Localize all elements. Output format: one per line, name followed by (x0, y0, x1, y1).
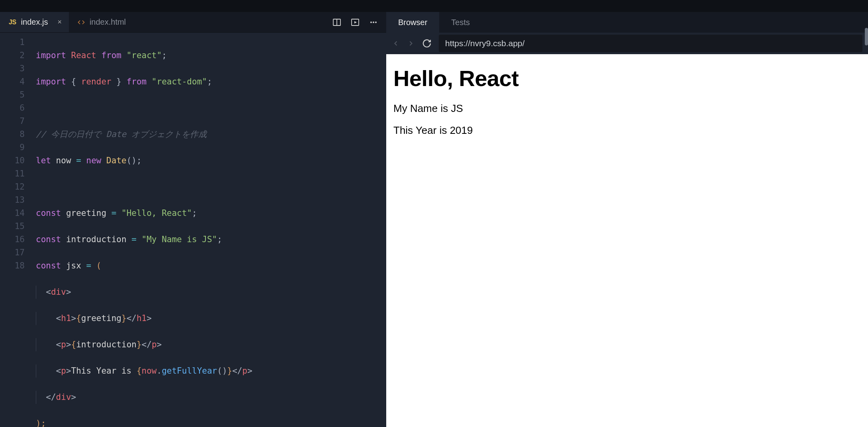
window-top-bar (0, 0, 868, 12)
html-file-icon (78, 19, 85, 26)
tab-label: index.html (90, 18, 126, 27)
code-editor[interactable]: 123 456 789 101112 131415 161718 import … (0, 33, 386, 427)
reload-icon[interactable] (422, 39, 432, 48)
tab-index-html[interactable]: index.html (69, 12, 133, 32)
svg-point-6 (375, 22, 377, 23)
output-heading: Hello, React (393, 65, 861, 91)
tab-label: index.js (21, 18, 48, 27)
svg-point-4 (370, 22, 372, 23)
code-content[interactable]: import React from "react"; import { rend… (36, 33, 386, 427)
more-icon[interactable] (369, 18, 378, 27)
tab-index-js[interactable]: JS index.js × (0, 12, 69, 32)
tab-tests[interactable]: Tests (439, 12, 482, 33)
browser-nav-bar (386, 33, 868, 54)
scrollbar-thumb[interactable] (865, 28, 868, 45)
preview-window-icon[interactable] (350, 18, 360, 27)
output-paragraph: This Year is 2019 (393, 124, 861, 137)
js-file-icon: JS (9, 19, 16, 26)
svg-point-5 (373, 22, 374, 23)
tab-browser[interactable]: Browser (386, 12, 439, 33)
url-input[interactable] (439, 35, 862, 52)
line-number-gutter: 123 456 789 101112 131415 161718 (0, 33, 36, 427)
browser-viewport: Hello, React My Name is JS This Year is … (386, 54, 868, 427)
preview-tab-bar: Browser Tests (386, 12, 868, 33)
editor-actions (332, 18, 386, 27)
preview-pane: Browser Tests Hello, React My Name is JS… (386, 12, 868, 427)
output-paragraph: My Name is JS (393, 102, 861, 115)
main-layout: JS index.js × index.html (0, 12, 868, 427)
editor-pane: JS index.js × index.html (0, 12, 386, 427)
close-icon[interactable]: × (57, 18, 62, 26)
editor-tab-bar: JS index.js × index.html (0, 12, 386, 33)
split-layout-icon[interactable] (332, 18, 342, 27)
forward-icon[interactable] (407, 39, 415, 47)
back-icon[interactable] (392, 39, 400, 47)
svg-marker-3 (354, 21, 357, 24)
